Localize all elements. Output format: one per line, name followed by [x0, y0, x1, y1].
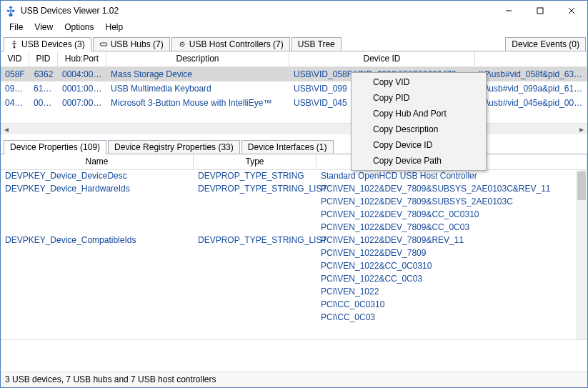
col-device-id[interactable]: Device ID: [289, 51, 475, 66]
list-item[interactable]: PCI\CC_0C0310: [1, 299, 576, 312]
cell-vid: 099A: [1, 84, 29, 94]
prop-value: PCI\VEN_1022: [317, 286, 576, 299]
menu-copy-device-id[interactable]: Copy Device ID: [353, 137, 484, 153]
list-item[interactable]: PCI\VEN_1022: [1, 286, 576, 299]
tab-device-properties[interactable]: Device Properties (109): [4, 140, 106, 154]
table-row[interactable]: 045E 007D 0007:0003 Microsoft 3-Button M…: [1, 96, 587, 110]
tab-usb-host-controllers[interactable]: USB Host Controllers (7): [171, 37, 290, 51]
maximize-button[interactable]: [524, 1, 556, 21]
prop-type: [194, 209, 317, 222]
menu-copy-pid[interactable]: Copy PID: [353, 90, 484, 106]
prop-value: PCI\CC_0C03: [317, 312, 576, 324]
col-pid[interactable]: PID: [29, 51, 58, 66]
properties-list: DEVPKEY_Device_DeviceDescDEVPROP_TYPE_ST…: [1, 170, 576, 339]
context-menu: Copy VID Copy PID Copy Hub And Port Copy…: [351, 72, 487, 171]
vertical-scrollbar[interactable]: [576, 170, 587, 339]
menu-file[interactable]: File: [4, 21, 29, 35]
window-controls: [493, 1, 587, 21]
status-bar: 3 USB devices, 7 USB hubs and 7 USB host…: [1, 372, 587, 387]
prop-value: PCI\VEN_1022&DEV_7809&REV_11: [317, 234, 576, 247]
prop-name: DEVPKEY_Device_DeviceDesc: [1, 170, 194, 183]
cell-vid: 045E: [1, 98, 29, 108]
list-item[interactable]: DEVPKEY_Device_HardwareIdsDEVPROP_TYPE_S…: [1, 183, 576, 196]
cell-hubport: 0001:0001: [58, 84, 106, 94]
list-item[interactable]: DEVPKEY_Device_CompatibleIdsDEVPROP_TYPE…: [1, 234, 576, 247]
top-tab-row: USB Devices (3) USB Hubs (7) USB Host Co…: [1, 35, 587, 51]
menu-copy-device-path[interactable]: Copy Device Path: [353, 153, 484, 169]
prop-value: Standard OpenHCD USB Host Controller: [317, 170, 576, 183]
scroll-left-icon[interactable]: ◂: [1, 124, 12, 134]
horizontal-scrollbar[interactable]: ◂ ▸: [1, 123, 587, 134]
tab-label: Device Registry Properties (33): [114, 142, 234, 152]
cell-hubport: 0007:0003: [58, 98, 106, 108]
cell-device-path: \?\usb#vid_045e&pid_007d#5: [475, 98, 587, 108]
prop-value: PCI\VEN_1022&DEV_7809&CC_0C03: [317, 222, 576, 234]
list-item[interactable]: PCI\VEN_1022&CC_0C03: [1, 273, 576, 286]
properties-column-header: Name Type: [1, 154, 587, 170]
prop-name: [1, 196, 194, 209]
menu-copy-description[interactable]: Copy Description: [353, 121, 484, 137]
col-description[interactable]: Description: [106, 51, 289, 66]
minimize-button[interactable]: [493, 1, 524, 21]
col-vid[interactable]: VID: [1, 51, 29, 66]
prop-type: [194, 299, 317, 312]
menu-copy-hub-port[interactable]: Copy Hub And Port: [353, 106, 484, 121]
prop-value: PCI\CC_0C0310: [317, 299, 576, 312]
table-row[interactable]: 058F 6362 0004:0002 Mass Storage Device …: [1, 67, 587, 81]
prop-type: [194, 312, 317, 324]
titlebar: USB Devices Viewer 1.02: [1, 1, 587, 21]
svg-point-4: [14, 46, 16, 49]
tab-device-interfaces[interactable]: Device Interfaces (1): [241, 140, 334, 154]
col-device-path[interactable]: [475, 51, 587, 66]
tab-usb-hubs[interactable]: USB Hubs (7): [93, 37, 170, 51]
prop-type: [194, 273, 317, 286]
cell-pid: 6362: [29, 69, 58, 79]
tab-label: USB Hubs (7): [111, 39, 164, 49]
tab-usb-devices[interactable]: USB Devices (3): [4, 37, 91, 51]
list-item[interactable]: PCI\VEN_1022&CC_0C0310: [1, 260, 576, 273]
prop-value: PCI\VEN_1022&DEV_7809&SUBSYS_2AE0103C: [317, 196, 576, 209]
svg-point-7: [181, 44, 183, 45]
cell-hubport: 0004:0002: [58, 69, 106, 79]
svg-point-1: [7, 10, 9, 12]
tab-device-registry-properties[interactable]: Device Registry Properties (33): [108, 140, 240, 154]
prop-type: [194, 247, 317, 260]
col-name[interactable]: Name: [1, 154, 194, 169]
table-row[interactable]: 099A 610C 0001:0001 USB Multimedia Keybo…: [1, 81, 587, 96]
close-button[interactable]: [556, 1, 587, 21]
tab-label: USB Host Controllers (7): [189, 39, 284, 49]
list-item[interactable]: PCI\CC_0C03: [1, 312, 576, 324]
prop-name: [1, 260, 194, 273]
prop-type: [194, 222, 317, 234]
list-item[interactable]: PCI\VEN_1022&DEV_7809: [1, 247, 576, 260]
prop-name: [1, 222, 194, 234]
list-item[interactable]: DEVPKEY_Device_DeviceDescDEVPROP_TYPE_ST…: [1, 170, 576, 183]
device-list: 058F 6362 0004:0002 Mass Storage Device …: [1, 67, 587, 110]
tab-label: USB Devices (3): [21, 39, 85, 49]
tab-usb-tree[interactable]: USB Tree: [291, 37, 342, 51]
prop-value: PCI\VEN_1022&CC_0C0310: [317, 260, 576, 273]
menu-help[interactable]: Help: [100, 21, 129, 35]
window-title: USB Devices Viewer 1.02: [21, 6, 493, 16]
prop-value: PCI\VEN_1022&DEV_7809&SUBSYS_2AE0103C&RE…: [317, 183, 576, 196]
app-icon: [5, 5, 16, 16]
menu-options[interactable]: Options: [59, 21, 99, 35]
menu-copy-vid[interactable]: Copy VID: [353, 74, 484, 90]
list-item[interactable]: PCI\VEN_1022&DEV_7809&SUBSYS_2AE0103C: [1, 196, 576, 209]
menu-view[interactable]: View: [29, 21, 59, 35]
svg-rect-3: [537, 8, 543, 14]
cell-description: Microsoft 3-Button Mouse with IntelliEye…: [106, 98, 289, 108]
list-item[interactable]: PCI\VEN_1022&DEV_7809&CC_0C03: [1, 222, 576, 234]
scroll-right-icon[interactable]: ▸: [576, 124, 587, 134]
cell-vid: 058F: [1, 69, 29, 79]
tab-label: USB Tree: [298, 39, 335, 49]
prop-name: [1, 286, 194, 299]
col-type[interactable]: Type: [194, 154, 317, 169]
list-item[interactable]: PCI\VEN_1022&DEV_7809&CC_0C0310: [1, 209, 576, 222]
tab-device-events[interactable]: Device Events (0): [505, 37, 586, 51]
scrollbar-thumb[interactable]: [577, 171, 586, 200]
cell-device-path: \?\usb#vid_099a&pid_610c#58: [475, 84, 587, 94]
col-hubport[interactable]: Hub:Port: [58, 51, 106, 66]
hub-icon: [99, 40, 108, 49]
gear-icon: [178, 40, 186, 49]
